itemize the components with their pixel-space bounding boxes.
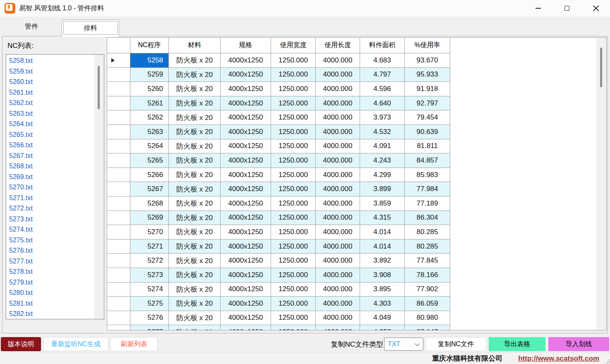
row-header[interactable] [107,325,130,330]
table-row[interactable]: 5275防火板 x 204000x12501250.0004000.0004.3… [107,297,596,311]
cell-part-area[interactable]: 3.973 [360,110,405,125]
cell-nc[interactable]: 5268 [130,196,169,211]
cell-part-area[interactable]: 4.315 [360,211,405,225]
column-header-used-length[interactable]: 使用长度 [316,38,360,53]
copy-nc-file-button[interactable]: 复制NC文件 [425,337,486,351]
cell-material[interactable]: 防火板 x 20 [169,325,221,330]
cell-material[interactable]: 防火板 x 20 [169,283,221,297]
row-header[interactable] [107,311,130,326]
column-header-part-area[interactable]: 料件面积 [360,38,405,53]
table-row[interactable]: 5276防火板 x 204000x12501250.0004000.0004.0… [107,311,596,326]
cell-used-width[interactable]: 1250.000 [271,53,316,68]
cell-spec[interactable]: 4000x1250 [221,96,271,111]
row-header[interactable] [107,211,130,225]
cell-used-length[interactable]: 4000.000 [316,139,360,154]
cell-usage-rate[interactable]: 77.845 [405,254,450,268]
cell-part-area[interactable]: 4.091 [360,139,405,154]
export-table-button[interactable]: 导出表格 [489,337,545,351]
cell-spec[interactable]: 4000x1250 [221,68,271,82]
table-row[interactable]: 5274防火板 x 204000x12501250.0004000.0003.8… [107,283,596,297]
cell-used-width[interactable]: 1250.000 [271,139,316,154]
resize-grip[interactable] [608,361,608,362]
cell-part-area[interactable]: 3.895 [360,283,405,297]
column-header-rowselector[interactable] [107,38,130,53]
cell-material[interactable]: 防火板 x 20 [169,110,221,125]
cell-nc[interactable]: 5271 [130,239,169,254]
list-item[interactable]: 5270.txt [6,182,94,193]
cell-material[interactable]: 防火板 x 20 [169,225,221,239]
cell-used-width[interactable]: 1250.000 [271,254,316,268]
import-marking-button[interactable]: 导入划线 [548,337,609,351]
cell-material[interactable]: 防火板 x 20 [169,182,221,196]
cell-used-width[interactable]: 1250.000 [271,153,316,168]
cell-used-width[interactable]: 1250.000 [271,68,316,82]
cell-spec[interactable]: 4000x1250 [221,168,271,182]
cell-used-length[interactable]: 4000.000 [316,168,360,182]
nc-list-scrollbar-thumb[interactable] [98,66,100,109]
cell-used-length[interactable]: 4000.000 [316,182,360,196]
cell-nc[interactable]: 5276 [130,311,169,326]
cell-used-width[interactable]: 1250.000 [271,268,316,283]
cell-usage-rate[interactable]: 86.059 [405,297,450,311]
cell-material[interactable]: 防火板 x 20 [169,82,221,96]
row-header[interactable] [107,196,130,211]
cell-used-width[interactable]: 1250.000 [271,283,316,297]
table-row[interactable]: 5262防火板 x 204000x12501250.0004000.0003.9… [107,110,596,125]
table-row[interactable]: 5264防火板 x 204000x12501250.0004000.0004.0… [107,139,596,154]
cell-part-area[interactable]: 4.532 [360,125,405,139]
table-row[interactable]: 5270防火板 x 204000x12501250.0004000.0004.0… [107,225,596,239]
list-item[interactable]: 5268.txt [6,161,94,172]
list-item[interactable]: 5261.txt [6,87,94,98]
cell-part-area[interactable]: 4.596 [360,82,405,96]
cell-usage-rate[interactable]: 78.166 [405,268,450,283]
tab-nesting[interactable]: 排料 [62,19,119,37]
cell-nc[interactable]: 5272 [130,254,169,268]
close-button[interactable] [586,0,605,17]
cell-material[interactable]: 防火板 x 20 [169,211,221,225]
cell-spec[interactable]: 4000x1250 [221,254,271,268]
cell-used-length[interactable]: 4000.000 [316,125,360,139]
cell-material[interactable]: 防火板 x 20 [169,268,221,283]
list-item[interactable]: 5281.txt [6,298,94,309]
row-header[interactable] [107,283,130,297]
cell-spec[interactable]: 4000x1250 [221,196,271,211]
cell-spec[interactable]: 4000x1250 [221,53,271,68]
cell-spec[interactable]: 4000x1250 [221,153,271,168]
cell-used-length[interactable]: 4000.000 [316,325,360,330]
cell-part-area[interactable]: 4.014 [360,239,405,254]
row-header[interactable] [107,96,130,111]
cell-nc[interactable]: 5260 [130,82,169,96]
cell-part-area[interactable]: 3.899 [360,182,405,196]
list-item[interactable]: 5265.txt [6,129,94,140]
column-header-nc[interactable]: NC程序 [130,38,169,53]
version-info-button[interactable]: 版本说明 [1,337,41,351]
cell-part-area[interactable]: 4.299 [360,168,405,182]
cell-spec[interactable]: 4000x1250 [221,297,271,311]
cell-used-length[interactable]: 4000.000 [316,110,360,125]
list-item[interactable]: 5282.txt [6,309,94,319]
cell-nc[interactable]: 5275 [130,297,169,311]
cell-used-length[interactable]: 4000.000 [316,68,360,82]
cell-nc[interactable]: 5264 [130,139,169,154]
row-header[interactable] [107,125,130,139]
cell-spec[interactable]: 4000x1250 [221,239,271,254]
cell-part-area[interactable]: 3.892 [360,254,405,268]
cell-nc[interactable]: 5261 [130,96,169,111]
cell-used-width[interactable]: 1250.000 [271,182,316,196]
list-item[interactable]: 5271.txt [6,193,94,204]
table-row[interactable]: 5277防火板 x 204000x12501250.0004000.0004.3… [107,325,596,330]
cell-used-length[interactable]: 4000.000 [316,297,360,311]
list-item[interactable]: 5269.txt [6,172,94,182]
cell-nc[interactable]: 5267 [130,182,169,196]
table-row[interactable]: 5269防火板 x 204000x12501250.0004000.0004.3… [107,211,596,225]
cell-spec[interactable]: 4000x1250 [221,268,271,283]
row-header[interactable] [107,68,130,82]
list-item[interactable]: 5272.txt [6,203,94,214]
cell-material[interactable]: 防火板 x 20 [169,196,221,211]
cell-usage-rate[interactable]: 93.670 [405,53,450,68]
table-row[interactable]: 5268防火板 x 204000x12501250.0004000.0003.8… [107,196,596,211]
cell-usage-rate[interactable]: 80.980 [405,311,450,326]
cell-used-width[interactable]: 1250.000 [271,196,316,211]
relisten-nc-button[interactable]: 重新监听NC生成 [43,337,108,351]
row-header[interactable] [107,239,130,254]
